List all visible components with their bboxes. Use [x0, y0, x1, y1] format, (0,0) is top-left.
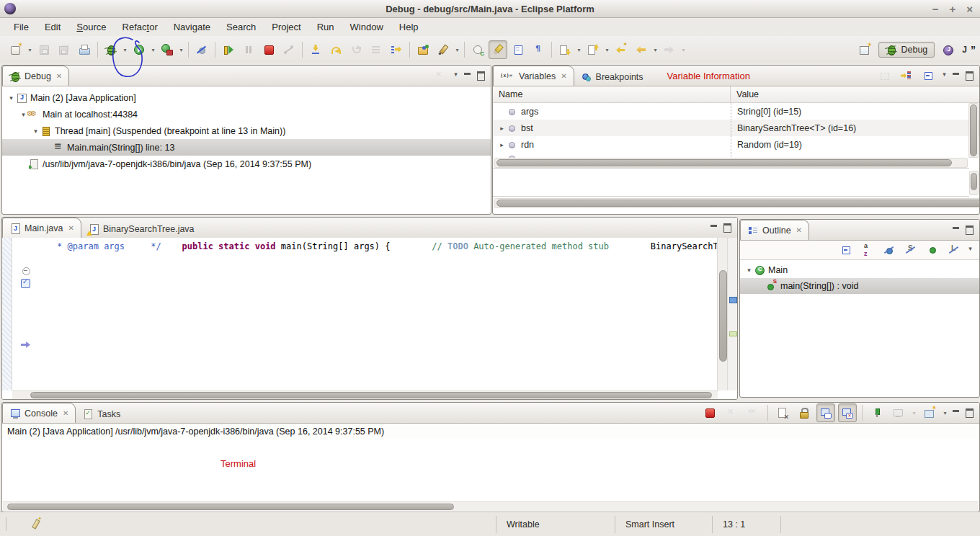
- open-console-button[interactable]: [920, 403, 939, 422]
- show-stderr-button[interactable]: [838, 403, 857, 422]
- outline-minimize-icon[interactable]: [950, 225, 962, 236]
- show-whitespace-button[interactable]: [529, 40, 548, 59]
- editor-maximize-icon[interactable]: [721, 223, 733, 233]
- tab-variables[interactable]: Variables ✕: [493, 66, 574, 86]
- code-line[interactable]: * @param args: [31, 241, 125, 251]
- open-task-dropdown-icon[interactable]: ▾: [453, 47, 461, 53]
- editor-marker-ruler[interactable]: [2, 238, 12, 390]
- variables-hscrollbar[interactable]: [494, 158, 968, 168]
- gutter-row[interactable]: [12, 351, 31, 363]
- open-task-button[interactable]: [434, 40, 453, 59]
- debug-dropdown-icon[interactable]: ▾: [121, 47, 129, 53]
- code-line[interactable]: public static void main(String[] args) {: [161, 241, 391, 251]
- back-dropdown-icon[interactable]: ▾: [651, 47, 659, 53]
- run-dropdown-icon[interactable]: ▾: [149, 47, 157, 53]
- outline-row[interactable]: ▾Main: [740, 262, 979, 278]
- run-external-tools-dropdown-icon[interactable]: ▾: [177, 47, 185, 53]
- menu-file[interactable]: File: [6, 19, 37, 35]
- previous-annotation-dropdown-icon[interactable]: ▾: [603, 47, 611, 53]
- next-annotation-button[interactable]: [556, 40, 574, 59]
- menu-help[interactable]: Help: [391, 19, 427, 35]
- console-minimize-icon[interactable]: [950, 408, 962, 419]
- variables-maximize-icon[interactable]: [963, 71, 975, 81]
- menu-refactor[interactable]: Refactor: [115, 19, 166, 35]
- show-selected-element-button[interactable]: [509, 40, 527, 59]
- run-button[interactable]: [130, 40, 148, 59]
- debug-minimize-icon[interactable]: [462, 71, 473, 81]
- menu-source[interactable]: Source: [68, 19, 114, 35]
- gutter-row[interactable]: [12, 314, 31, 326]
- back-button[interactable]: [632, 40, 651, 59]
- skip-all-breakpoints-button[interactable]: [192, 40, 211, 59]
- terminate-console-button[interactable]: [700, 403, 719, 422]
- fold-collapse-icon[interactable]: [22, 267, 30, 275]
- step-into-button[interactable]: [306, 40, 325, 59]
- outline-row[interactable]: main(String[]) : void: [740, 278, 979, 294]
- gutter-row[interactable]: [12, 326, 31, 339]
- debug-launch-tree[interactable]: ▾Main (2) [Java Application]▾Main at loc…: [2, 86, 491, 172]
- scroll-lock-button[interactable]: [795, 403, 814, 422]
- pencil-sparkle-icon[interactable]: [30, 518, 42, 530]
- debug-tree-row[interactable]: ▾Main at localhost:44384: [2, 106, 491, 122]
- code-line[interactable]: */: [125, 241, 161, 251]
- menu-run[interactable]: Run: [309, 19, 342, 35]
- editor-gutter[interactable]: [12, 241, 31, 375]
- hide-local-button[interactable]: [945, 241, 963, 259]
- variables-vscrollbar[interactable]: [968, 103, 979, 158]
- last-edit-location-button[interactable]: [612, 40, 631, 59]
- hide-fields-button[interactable]: [880, 241, 899, 259]
- gutter-row[interactable]: [12, 241, 31, 253]
- debug-button[interactable]: [102, 40, 120, 59]
- overview-marker-current-line[interactable]: [729, 331, 737, 336]
- debug-tree-row[interactable]: ▾Main (2) [Java Application]: [2, 89, 491, 106]
- debug-tab-close-icon[interactable]: ✕: [56, 72, 62, 80]
- mark-occurrences-button[interactable]: [489, 40, 507, 59]
- collapse-all-button[interactable]: [919, 66, 937, 85]
- tab-binarysearchtree-java[interactable]: BinarySearchTree.java: [81, 220, 201, 238]
- menu-navigate[interactable]: Navigate: [166, 19, 218, 35]
- sort-button[interactable]: [858, 241, 877, 259]
- variable-row[interactable]: ▸rdnRandom (id=19): [493, 136, 979, 153]
- show-stdout-button[interactable]: [816, 403, 835, 422]
- expander-icon[interactable]: ▾: [744, 267, 754, 274]
- outline-view-menu-icon[interactable]: ▾: [966, 245, 975, 256]
- overview-marker-occurrence[interactable]: [729, 297, 737, 303]
- java-perspective-label[interactable]: J: [962, 45, 967, 55]
- column-value[interactable]: Value: [731, 86, 979, 102]
- resume-button[interactable]: [219, 40, 238, 59]
- menu-edit[interactable]: Edit: [37, 19, 68, 35]
- open-type-button[interactable]: [414, 40, 432, 59]
- debug-tree-row[interactable]: /usr/lib/jvm/java-7-openjdk-i386/bin/jav…: [2, 156, 491, 172]
- hide-static-button[interactable]: [901, 241, 920, 259]
- tab-tasks[interactable]: Tasks: [76, 406, 127, 423]
- use-step-filters-button[interactable]: [387, 40, 406, 59]
- menu-project[interactable]: Project: [264, 19, 308, 35]
- variables-table[interactable]: argsString[0] (id=15)▸bstBinarySearchTre…: [493, 103, 979, 158]
- overview-ruler[interactable]: [727, 238, 737, 390]
- tab-console[interactable]: Console ✕: [2, 403, 76, 423]
- variables-minimize-icon[interactable]: [950, 71, 962, 81]
- expander-icon[interactable]: ▾: [31, 128, 40, 135]
- debug-view-menu-icon[interactable]: ▾: [451, 71, 460, 81]
- clear-console-button[interactable]: [773, 403, 792, 422]
- variables-tab-close-icon[interactable]: ✕: [561, 72, 566, 80]
- previous-annotation-button[interactable]: [584, 40, 602, 59]
- variables-view-menu-icon[interactable]: ▾: [940, 71, 949, 81]
- main-java-tab-close-icon[interactable]: ✕: [68, 224, 74, 232]
- debug-maximize-icon[interactable]: [475, 71, 486, 81]
- variable-detail-pane[interactable]: [493, 168, 969, 197]
- expander-icon[interactable]: ▸: [497, 141, 507, 148]
- hide-nonpublic-button[interactable]: [923, 241, 942, 259]
- editor-vscrollbar[interactable]: [717, 238, 728, 390]
- code-editor[interactable]: * @param args */ public static void main…: [2, 238, 737, 399]
- debug-tree-row[interactable]: ▾Thread [main] (Suspended (breakpoint at…: [2, 122, 491, 139]
- new-wizard-button[interactable]: [6, 40, 25, 59]
- expander-icon[interactable]: ▸: [497, 125, 507, 132]
- gutter-row[interactable]: [12, 302, 31, 314]
- open-console-dropdown-icon[interactable]: ▾: [941, 410, 949, 416]
- new-wizard-dropdown-icon[interactable]: ▾: [26, 47, 34, 53]
- editor-minimize-icon[interactable]: [708, 223, 720, 233]
- print-button[interactable]: [75, 40, 94, 59]
- column-name[interactable]: Name: [493, 86, 731, 102]
- gutter-row[interactable]: [12, 339, 31, 351]
